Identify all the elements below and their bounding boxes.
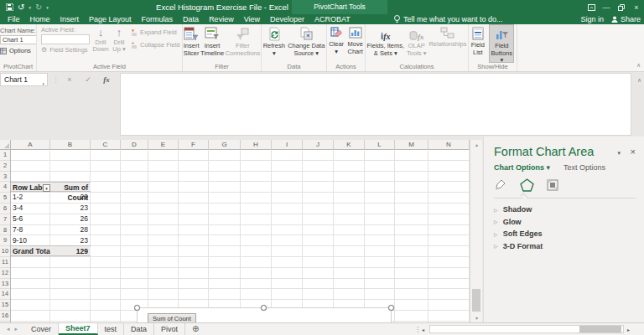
row-header[interactable]: 16: [0, 311, 10, 322]
pivot-header-row[interactable]: Row LabelsSum of Count▾: [11, 182, 91, 193]
panel-section[interactable]: ▷3-D Format: [494, 240, 636, 253]
field-buttons-button[interactable]: Field Buttons ▾: [489, 24, 514, 63]
row-header[interactable]: 2: [0, 161, 10, 172]
chart-options-tab[interactable]: Chart Options ▾: [494, 163, 550, 172]
pivot-data-row[interactable]: 7-828: [11, 224, 91, 235]
insert-timeline-button[interactable]: Insert Timeline: [200, 24, 224, 63]
pivot-cell[interactable]: 29: [50, 192, 91, 203]
column-header[interactable]: N: [428, 140, 470, 150]
options-button[interactable]: Options: [0, 47, 36, 54]
row-header[interactable]: 4: [0, 182, 10, 193]
expand-triangle-icon[interactable]: ▷: [494, 207, 498, 213]
panel-section[interactable]: ▷Glow: [494, 216, 636, 229]
ribbon-tab[interactable]: Home: [25, 14, 55, 24]
column-header[interactable]: H: [241, 140, 272, 150]
pivot-cell[interactable]: Sum of Count: [50, 183, 91, 192]
sign-in-button[interactable]: Sign in: [580, 14, 604, 24]
scroll-down-icon[interactable]: ▾: [470, 315, 483, 321]
tell-me-box[interactable]: Tell me what you want to do...: [394, 14, 503, 24]
pivot-chart[interactable]: Sum of Count 353025201510501-23-45-67-89…: [137, 307, 392, 322]
ribbon-tab[interactable]: Page Layout: [84, 14, 137, 24]
row-header[interactable]: 13: [0, 279, 10, 290]
pane-close-icon[interactable]: ×: [631, 147, 636, 157]
undo-caret-icon[interactable]: ▾: [29, 5, 31, 10]
insert-slicer-button[interactable]: Insert Slicer: [184, 24, 200, 63]
enter-icon[interactable]: ✓: [79, 75, 97, 84]
pivot-data-row[interactable]: 1-229: [11, 192, 91, 203]
vertical-scrollbar-thumb[interactable]: [472, 289, 480, 312]
pivot-cell[interactable]: 7-8: [11, 224, 50, 235]
column-header[interactable]: J: [303, 140, 334, 150]
row-header[interactable]: 11: [0, 257, 10, 268]
column-header[interactable]: E: [148, 140, 179, 150]
column-header[interactable]: M: [395, 140, 428, 150]
ribbon-tab[interactable]: Data: [178, 14, 204, 24]
expand-triangle-icon[interactable]: ▷: [494, 243, 498, 249]
insert-function-icon[interactable]: fx: [97, 75, 116, 84]
close-icon[interactable]: ×: [629, 3, 644, 12]
pivot-data-row[interactable]: 9-1023: [11, 235, 91, 246]
row-header[interactable]: 7: [0, 214, 10, 225]
pivot-cell[interactable]: 5-6: [11, 214, 50, 224]
vertical-scrollbar[interactable]: ▴ ▾: [470, 140, 482, 322]
panel-section[interactable]: ▷Soft Edges: [494, 228, 636, 240]
column-header[interactable]: F: [179, 140, 209, 150]
column-header[interactable]: D: [121, 140, 148, 150]
formula-input[interactable]: [120, 73, 631, 136]
restore-icon[interactable]: [614, 4, 629, 11]
chart-handle-top-left[interactable]: [134, 305, 140, 311]
column-header[interactable]: L: [365, 140, 395, 150]
ribbon-display-options-icon[interactable]: [584, 4, 599, 11]
fields-items-sets-button[interactable]: ifx Fields, Items, & Sets ▾: [367, 24, 405, 63]
column-header[interactable]: C: [91, 140, 121, 150]
text-options-tab[interactable]: Text Options: [564, 163, 605, 172]
pivot-data-row[interactable]: 3-423: [11, 203, 91, 214]
sheet-tab[interactable]: test: [98, 323, 125, 335]
expand-triangle-icon[interactable]: ▷: [494, 219, 498, 224]
column-header[interactable]: I: [272, 140, 303, 150]
sheet-nav-right-icon[interactable]: ▸: [15, 326, 18, 332]
row-header[interactable]: 5: [0, 193, 10, 204]
chart-handle-top-right[interactable]: [388, 305, 394, 311]
worksheet-grid[interactable]: ABCDEFGHIJKLMN 1234567891011121314151617…: [0, 140, 470, 322]
size-properties-icon[interactable]: [546, 178, 559, 192]
ribbon-tab[interactable]: Insert: [55, 14, 85, 24]
pivot-table[interactable]: Row LabelsSum of Count▾1-2293-4235-6267-…: [11, 182, 91, 257]
ribbon-tab[interactable]: ACROBAT: [309, 14, 356, 24]
pivot-cell[interactable]: 129: [50, 246, 91, 255]
formula-bar-collapse-icon[interactable]: ∧: [637, 77, 641, 84]
name-box[interactable]: Chart 1▾: [0, 73, 48, 86]
chart-handle-top-middle[interactable]: [261, 305, 267, 311]
value-field-button[interactable]: Sum of Count: [148, 313, 196, 322]
pivot-cell[interactable]: 23: [50, 235, 91, 246]
sheet-tab[interactable]: Cover: [24, 323, 59, 335]
share-button[interactable]: Share: [611, 14, 641, 24]
move-chart-button[interactable]: Move Chart: [347, 24, 362, 63]
ribbon-tab[interactable]: File: [3, 14, 25, 24]
row-header[interactable]: 15: [0, 300, 10, 311]
row-header[interactable]: 9: [0, 235, 10, 246]
column-header[interactable]: G: [209, 140, 241, 150]
column-header[interactable]: A: [11, 140, 50, 150]
row-header[interactable]: 10: [0, 246, 10, 257]
row-header[interactable]: 8: [0, 225, 10, 236]
column-headers[interactable]: ABCDEFGHIJKLMN: [0, 140, 470, 150]
row-header[interactable]: 3: [0, 172, 10, 183]
row-header[interactable]: 6: [0, 204, 10, 214]
minimize-icon[interactable]: —: [599, 3, 614, 12]
undo-icon[interactable]: ↺: [18, 3, 24, 12]
sheet-nav-left-icon[interactable]: ◂: [7, 326, 10, 332]
horizontal-scrollbar[interactable]: [429, 325, 624, 333]
row-headers[interactable]: 1234567891011121314151617: [0, 150, 11, 322]
pivot-cell[interactable]: 3-4: [11, 203, 50, 214]
row-header[interactable]: 12: [0, 268, 10, 279]
expand-triangle-icon[interactable]: ▷: [494, 231, 498, 237]
sheet-tab[interactable]: Pivot: [154, 323, 185, 335]
hscroll-left-icon[interactable]: ◂: [422, 327, 424, 332]
cancel-icon[interactable]: ×: [60, 75, 79, 84]
field-list-button[interactable]: Field List: [471, 24, 485, 63]
clear-button[interactable]: Clear ▾: [329, 24, 344, 63]
sheet-tab[interactable]: Sheet7: [59, 323, 98, 335]
pivot-cell[interactable]: 1-2: [11, 192, 50, 203]
effects-icon[interactable]: [520, 178, 534, 192]
